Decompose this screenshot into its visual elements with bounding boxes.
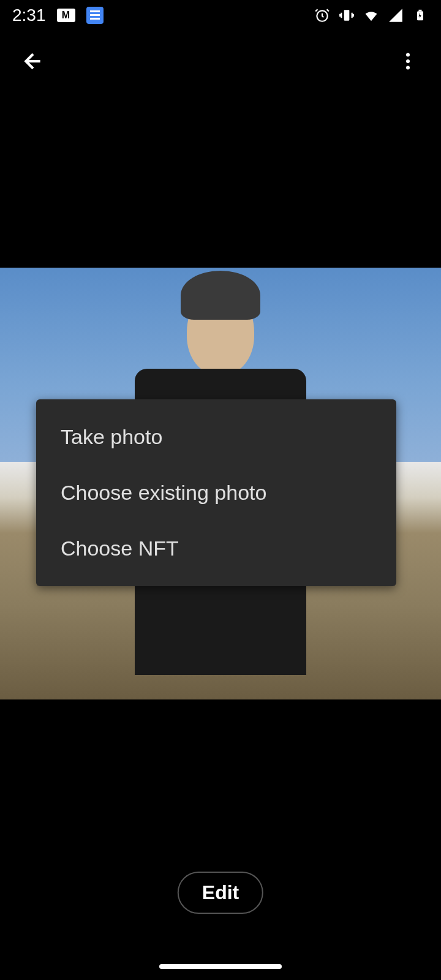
signal-icon bbox=[387, 7, 404, 24]
svg-point-6 bbox=[406, 66, 410, 70]
google-news-icon bbox=[86, 7, 104, 24]
back-button[interactable] bbox=[18, 47, 48, 76]
gmail-icon bbox=[57, 9, 75, 22]
menu-item-choose-existing[interactable]: Choose existing photo bbox=[36, 465, 396, 521]
more-options-button[interactable] bbox=[393, 47, 423, 76]
alarm-icon bbox=[314, 7, 331, 24]
wifi-icon bbox=[363, 7, 380, 24]
menu-item-take-photo[interactable]: Take photo bbox=[36, 409, 396, 465]
app-bar bbox=[0, 31, 441, 92]
status-right bbox=[314, 7, 429, 24]
photo-options-menu: Take photo Choose existing photo Choose … bbox=[36, 399, 396, 586]
status-time: 2:31 bbox=[12, 6, 46, 25]
edit-button[interactable]: Edit bbox=[178, 872, 263, 914]
navigation-handle[interactable] bbox=[159, 964, 282, 969]
status-left: 2:31 bbox=[12, 6, 104, 25]
svg-rect-3 bbox=[419, 10, 422, 12]
status-bar: 2:31 bbox=[0, 0, 441, 31]
svg-point-5 bbox=[406, 59, 410, 63]
vibrate-icon bbox=[338, 7, 355, 24]
svg-rect-1 bbox=[344, 10, 350, 20]
battery-icon bbox=[412, 7, 429, 24]
menu-item-choose-nft[interactable]: Choose NFT bbox=[36, 521, 396, 576]
svg-point-4 bbox=[406, 53, 410, 57]
